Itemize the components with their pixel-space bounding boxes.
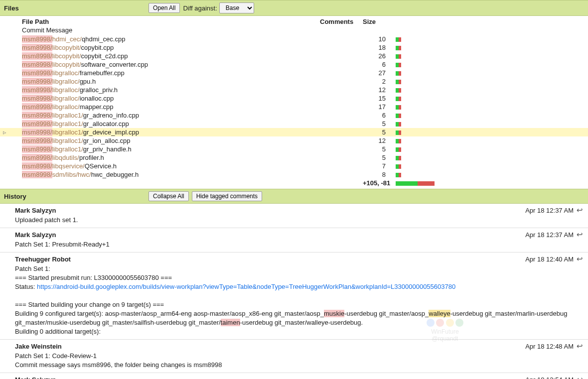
col-header-path: File Path: [22, 18, 320, 25]
file-diff-bar: [386, 44, 426, 51]
history-author: Mark Salyzyn: [15, 207, 56, 214]
file-path: msm8998/libcopybit/copybit.cpp: [22, 44, 320, 51]
reply-icon[interactable]: ↩: [577, 230, 583, 239]
file-row[interactable]: msm8998/libqservice/QService.h7: [0, 162, 588, 170]
history-body: Uploaded patch set 1.: [15, 215, 583, 225]
diff-against-label: Diff against:: [183, 4, 217, 12]
file-diff-bar: [386, 78, 426, 85]
history-body: Patch Set 1: Presubmit-Ready+1: [15, 239, 583, 249]
file-diff-bar: [386, 120, 426, 127]
col-header-size: Size: [363, 18, 393, 25]
file-path: msm8998/libgralloc/framebuffer.cpp: [22, 69, 320, 77]
file-path: msm8998/libgralloc/gpu.h: [22, 78, 320, 85]
file-size: 17: [363, 103, 386, 111]
file-diff-bar: [386, 95, 426, 102]
file-row[interactable]: msm8998/libcopybit/copybit_c2d.cpp26: [0, 52, 588, 60]
file-path: msm8998/libcopybit/software_converter.cp…: [22, 61, 320, 68]
history-item: Mark SalyzynApr 18 12:54 AM↩: [0, 373, 588, 379]
history-title: History: [4, 193, 148, 200]
file-row[interactable]: msm8998/libgralloc1/gr_ion_alloc.cpp12: [0, 136, 588, 145]
file-size: 5: [363, 154, 386, 161]
file-path: msm8998/libqdutils/profiler.h: [22, 154, 320, 161]
file-row[interactable]: msm8998/libgralloc/mapper.cpp17: [0, 103, 588, 111]
reply-icon[interactable]: ↩: [577, 375, 583, 379]
file-size: 12: [363, 137, 386, 144]
hide-tagged-button[interactable]: Hide tagged comments: [192, 191, 262, 201]
file-diff-bar: [386, 128, 426, 136]
file-row[interactable]: msm8998/libcopybit/copybit.cpp18: [0, 43, 588, 52]
file-diff-bar: [386, 35, 426, 43]
history-item: Mark SalyzynApr 18 12:37 AM↩Uploaded pat…: [0, 204, 588, 228]
file-row[interactable]: msm8998/libqdutils/profiler.h5: [0, 153, 588, 162]
file-row[interactable]: msm8998/hdmi_cec/qhdmi_cec.cpp10: [0, 35, 588, 43]
history-date: Apr 18 12:40 AM: [525, 255, 574, 263]
collapse-all-button[interactable]: Collapse All: [148, 191, 189, 201]
history-date: Apr 18 12:54 AM: [525, 376, 574, 379]
file-diff-bar: [386, 171, 426, 178]
open-all-button[interactable]: Open All: [148, 3, 180, 13]
file-row[interactable]: msm8998/libgralloc1/gr_allocator.cpp5: [0, 120, 588, 128]
file-diff-bar: [386, 52, 426, 60]
history-item: Treehugger RobotApr 18 12:40 AM↩Patch Se…: [0, 252, 588, 339]
file-diff-bar: [386, 137, 426, 144]
file-diff-bar: [386, 69, 426, 77]
files-table: File Path Comments Size Commit Message m…: [0, 16, 588, 189]
history-date: Apr 18 12:37 AM: [525, 207, 574, 214]
file-size: 12: [363, 86, 386, 94]
file-path: msm8998/libgralloc1/gr_device_impl.cpp: [22, 128, 320, 136]
file-size: 5: [363, 145, 386, 153]
diff-against-select[interactable]: Base: [219, 2, 254, 13]
file-size: 8: [363, 171, 386, 178]
col-header-comments: Comments: [320, 18, 363, 25]
reply-icon[interactable]: ↩: [577, 206, 583, 215]
file-path: msm8998/libgralloc/mapper.cpp: [22, 103, 320, 111]
file-diff-bar: [386, 86, 426, 94]
file-row[interactable]: msm8998/libgralloc/gpu.h2: [0, 77, 588, 86]
history-item: Mark SalyzynApr 18 12:37 AM↩Patch Set 1:…: [0, 228, 588, 252]
totals-row: +105, -81: [0, 179, 588, 189]
file-path: msm8998/libgralloc1/gr_priv_handle.h: [22, 145, 320, 153]
file-row[interactable]: msm8998/libgralloc/ionalloc.cpp15: [0, 94, 588, 103]
file-diff-bar: [386, 154, 426, 161]
triangle-icon: ▹: [3, 128, 6, 136]
file-path: msm8998/libqservice/QService.h: [22, 162, 320, 170]
file-path: msm8998/libgralloc/gralloc_priv.h: [22, 86, 320, 94]
history-author: Mark Salyzyn: [15, 376, 56, 379]
file-row[interactable]: msm8998/libgralloc1/gr_priv_handle.h5: [0, 145, 588, 153]
file-row[interactable]: ▹msm8998/libgralloc1/gr_device_impl.cpp5: [0, 128, 588, 136]
history-author: Mark Salyzyn: [15, 231, 56, 239]
file-path: msm8998/sdm/libs/hwc/hwc_debugger.h: [22, 171, 320, 178]
file-size: 26: [363, 52, 386, 60]
file-diff-bar: [386, 112, 426, 119]
files-title: Files: [4, 4, 148, 12]
file-path: msm8998/libcopybit/copybit_c2d.cpp: [22, 52, 320, 60]
file-path: msm8998/libgralloc1/gr_allocator.cpp: [22, 120, 320, 127]
file-row[interactable]: msm8998/libgralloc1/gr_adreno_info.cpp6: [0, 111, 588, 120]
file-row[interactable]: msm8998/libgralloc/framebuffer.cpp27: [0, 69, 588, 77]
files-table-header: File Path Comments Size: [0, 16, 588, 26]
file-diff-bar: [386, 162, 426, 170]
file-size: 6: [363, 112, 386, 119]
file-diff-bar: [386, 61, 426, 68]
commit-message-row[interactable]: Commit Message: [0, 26, 588, 35]
file-diff-bar: [386, 145, 426, 153]
history-date: Apr 18 12:48 AM: [525, 343, 574, 350]
reply-icon[interactable]: ↩: [577, 254, 583, 263]
history-item: Jake WeinsteinApr 18 12:48 AM↩Patch Set …: [0, 339, 588, 373]
file-path: msm8998/libgralloc1/gr_ion_alloc.cpp: [22, 137, 320, 144]
file-size: 27: [363, 69, 386, 77]
history-section-header: History Collapse All Hide tagged comment…: [0, 189, 588, 204]
history-author: Jake Weinstein: [15, 343, 62, 350]
file-size: 6: [363, 61, 386, 68]
file-path: msm8998/libgralloc/ionalloc.cpp: [22, 95, 320, 102]
reply-icon[interactable]: ↩: [577, 342, 583, 351]
status-link[interactable]: https://android-build.googleplex.com/bui…: [37, 283, 455, 290]
file-size: 5: [363, 128, 386, 136]
files-section-header: Files Open All Diff against: Base: [0, 0, 588, 16]
history-author: Treehugger Robot: [15, 255, 71, 263]
file-row[interactable]: msm8998/libgralloc/gralloc_priv.h12: [0, 86, 588, 94]
totals-text: +105, -81: [363, 179, 386, 187]
file-row[interactable]: msm8998/sdm/libs/hwc/hwc_debugger.h8: [0, 170, 588, 179]
file-row[interactable]: msm8998/libcopybit/software_converter.cp…: [0, 60, 588, 69]
file-size: 10: [363, 35, 386, 43]
